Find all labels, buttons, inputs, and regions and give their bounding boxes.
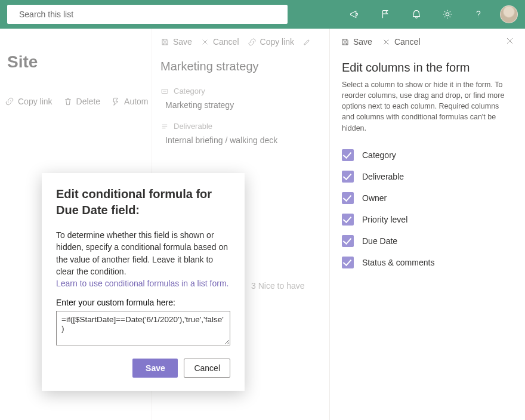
- column-item[interactable]: Due Date: [342, 230, 513, 252]
- dialog-cancel-button[interactable]: Cancel: [184, 359, 230, 378]
- dialog-save-button[interactable]: Save: [132, 359, 178, 378]
- checkbox[interactable]: [342, 214, 354, 226]
- svg-point-2: [446, 13, 449, 16]
- search-box[interactable]: [7, 5, 288, 24]
- panel-cancel-button[interactable]: Cancel: [382, 37, 421, 47]
- checkbox[interactable]: [342, 192, 354, 204]
- column-label: Owner: [362, 193, 387, 203]
- flag-icon[interactable]: [372, 0, 399, 29]
- close-icon[interactable]: [505, 36, 514, 47]
- column-list: CategoryDeliverableOwnerPriority levelDu…: [330, 142, 525, 276]
- panel-cancel-label: Cancel: [394, 37, 421, 47]
- help-link[interactable]: Learn to use conditional formulas in a l…: [56, 277, 230, 289]
- checkbox[interactable]: [342, 257, 354, 268]
- column-label: Priority level: [362, 215, 407, 224]
- search-input[interactable]: [19, 10, 282, 19]
- help-icon[interactable]: [465, 0, 492, 29]
- gear-icon[interactable]: [434, 0, 461, 29]
- panel-title: Edit columns in the form: [330, 55, 525, 79]
- column-item[interactable]: Deliverable: [342, 166, 513, 187]
- dialog-body: To determine whether this field is shown…: [56, 229, 230, 277]
- column-item[interactable]: Status & comments: [342, 252, 513, 273]
- dialog-buttons: Save Cancel: [56, 359, 230, 378]
- checkbox[interactable]: [342, 171, 354, 183]
- panel-save-label: Save: [353, 37, 372, 47]
- avatar[interactable]: [500, 5, 518, 23]
- checkbox[interactable]: [342, 149, 354, 161]
- app-header: [0, 0, 525, 29]
- column-label: Category: [362, 150, 396, 160]
- column-label: Deliverable: [362, 172, 404, 181]
- megaphone-icon[interactable]: [341, 0, 368, 29]
- edit-columns-panel: Save Cancel Edit columns in the form Sel…: [329, 29, 525, 420]
- panel-toolbar: Save Cancel: [330, 29, 525, 55]
- checkbox[interactable]: [342, 235, 354, 247]
- column-label: Due Date: [362, 236, 397, 246]
- column-item[interactable]: Category: [342, 144, 513, 166]
- formula-input[interactable]: [56, 311, 230, 345]
- column-item[interactable]: Owner: [342, 187, 513, 209]
- conditional-formula-dialog: Edit conditional formula for Due Date fi…: [42, 173, 245, 391]
- dialog-title: Edit conditional formula for Due Date fi…: [56, 186, 230, 218]
- column-item[interactable]: Priority level: [342, 209, 513, 230]
- panel-description: Select a column to show or hide it in th…: [330, 79, 525, 142]
- bell-icon[interactable]: [403, 0, 430, 29]
- panel-save-button[interactable]: Save: [341, 37, 372, 47]
- formula-input-label: Enter your custom formula here:: [56, 298, 230, 307]
- column-label: Status & comments: [362, 258, 434, 267]
